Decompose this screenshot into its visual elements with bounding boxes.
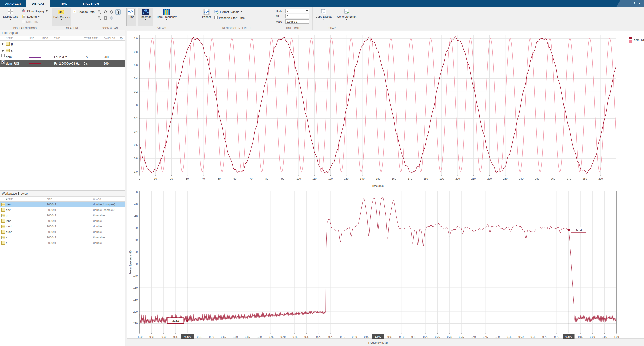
ws-var-class: double (complex)	[93, 208, 115, 211]
snap-to-data-checkbox[interactable]	[73, 10, 76, 13]
svg-text:0.20: 0.20	[423, 336, 428, 338]
expand-arrow-icon[interactable]	[2, 43, 4, 45]
workspace-row-quad[interactable]: quad2000×1double	[0, 229, 125, 235]
timetable-icon	[6, 42, 10, 46]
zoom-in-icon[interactable]	[97, 9, 102, 15]
preserve-start-time-checkbox[interactable]	[214, 16, 218, 19]
svg-text:290: 290	[598, 177, 603, 180]
time-frequency-view-button[interactable]: Time-Frequency	[155, 8, 178, 26]
min-time-input[interactable]: 0	[285, 14, 309, 18]
extract-signals-button[interactable]: Extract Signals	[214, 10, 245, 14]
time-view-button[interactable]: Time	[126, 8, 136, 26]
table-settings-gear-icon[interactable]: ⚙	[120, 36, 123, 40]
expand-arrow-icon[interactable]	[2, 50, 4, 52]
workspace-row-s[interactable]: s2000×1timetable	[0, 235, 125, 240]
snap-to-data-label: Snap to Data	[78, 10, 95, 13]
svg-text:0.15: 0.15	[411, 336, 416, 338]
workspace-row-env[interactable]: env2000×1double (complex)	[0, 207, 125, 213]
ws-col-name[interactable]: NAME ▴	[6, 198, 7, 200]
data-cursors-label: Data Cursors	[53, 16, 70, 19]
ws-col-size[interactable]: SIZE	[47, 198, 52, 200]
signal-group-row-g[interactable]: g	[0, 41, 125, 47]
signal-visibility-checkbox[interactable]	[1, 54, 5, 57]
section-label-share: SHARE	[313, 27, 353, 30]
tab-spectrum[interactable]: SPECTRUM	[77, 0, 104, 7]
spectrum-view-label: Spectrum	[140, 15, 151, 18]
fit-to-view-icon[interactable]	[103, 15, 108, 21]
generate-script-label: Generate Script	[337, 15, 356, 18]
col-start-time[interactable]: START TIME	[84, 37, 98, 39]
workspace-row-t[interactable]: t2000×1double	[0, 240, 125, 246]
svg-text:-0.55: -0.55	[244, 336, 250, 338]
ws-var-size: 2000×1	[47, 208, 56, 211]
col-samples[interactable]: SAMPLES	[104, 37, 115, 39]
section-display-options: Display Grid Clear Display Legend	[0, 7, 50, 30]
plots[interactable]: 0102030405060708090100110120130140150160…	[126, 30, 644, 346]
signal-visibility-checkbox[interactable]	[1, 60, 5, 64]
data-cursor-marker[interactable]	[186, 320, 188, 322]
signal-row-dem[interactable]: dem Fs: 2 kHz 0 s 2000	[0, 54, 125, 60]
clear-display-button[interactable]: Clear Display	[22, 9, 48, 13]
tab-time[interactable]: TIME	[50, 0, 77, 7]
svg-text:-0.35: -0.35	[292, 336, 297, 338]
svg-text:120: 120	[328, 177, 333, 180]
signal-table-panel: Filter Signals NAME LINE INFO TIME START…	[0, 30, 125, 190]
workspace-row-g[interactable]: g2000×1timetable	[0, 213, 125, 218]
ws-col-class[interactable]: CLASS	[93, 198, 101, 200]
generate-script-button[interactable]: Generate Script	[336, 8, 358, 26]
svg-text:0.90: 0.90	[590, 336, 595, 338]
col-name[interactable]: NAME	[6, 37, 13, 39]
zoom-in-y-icon[interactable]	[109, 9, 114, 15]
col-info[interactable]: INFO	[42, 37, 48, 39]
filter-signals-searchbox[interactable]: Filter Signals	[0, 30, 125, 36]
svg-text:0.45: 0.45	[483, 336, 488, 338]
pointer-tool-icon[interactable]	[115, 9, 121, 15]
svg-text:0.10: 0.10	[399, 336, 405, 338]
workspace-row-dem[interactable]: dem2000×1double (complex)	[0, 202, 125, 207]
svg-text:230: 230	[503, 177, 508, 180]
svg-text:0: 0	[139, 177, 140, 180]
panner-label: Panner	[202, 15, 211, 18]
svg-text:20: 20	[170, 177, 173, 180]
col-time[interactable]: TIME	[54, 37, 60, 39]
ws-var-class: double	[93, 241, 102, 244]
panner-button[interactable]: Panner	[200, 8, 212, 26]
units-select[interactable]: s	[285, 9, 309, 13]
snap-to-data-checkbox-row[interactable]: Snap to Data	[73, 10, 95, 13]
data-cursors-button[interactable]: 2.5 Data Cursors	[52, 8, 71, 26]
svg-text:70: 70	[250, 177, 253, 180]
svg-text:0.800: 0.800	[565, 335, 572, 338]
svg-text:-0.60: -0.60	[232, 336, 238, 338]
copy-display-button[interactable]: Copy Display	[314, 8, 334, 26]
data-cursor-marker[interactable]	[568, 229, 570, 231]
tab-analyzer[interactable]: ANALYZER	[0, 0, 26, 7]
help-icon[interactable]: ?	[633, 2, 636, 5]
matrix-icon	[1, 219, 5, 223]
max-time-input[interactable]: 2.995e-1	[285, 19, 309, 24]
svg-text:0.30: 0.30	[447, 336, 452, 338]
spectrum-view-button[interactable]: Spectrum	[138, 8, 153, 26]
tab-display[interactable]: DISPLAY	[26, 0, 50, 7]
zoom-out-icon[interactable]	[97, 15, 102, 21]
svg-text:1.600: 1.600	[375, 335, 381, 338]
svg-text:-0.25: -0.25	[315, 336, 321, 338]
display-grid-icon	[8, 9, 14, 15]
signal-group-row-s[interactable]: s	[0, 47, 125, 54]
svg-text:1.0: 1.0	[134, 37, 138, 40]
display-grid-button[interactable]: Display Grid	[2, 8, 20, 26]
preserve-start-time-checkbox-row[interactable]: Preserve Start Time	[214, 16, 245, 19]
svg-text:-0.4: -0.4	[133, 130, 138, 133]
section-share: Copy Display Generate Script SHARE	[313, 7, 353, 30]
zoom-in-x-icon[interactable]	[103, 9, 108, 15]
signal-row-dem-roi[interactable]: dem_ROI Fs: 2.0000e+03 Hz 0 s 600	[0, 60, 125, 67]
workspace-row-inph[interactable]: inph2000×1double	[0, 218, 125, 224]
workspace-row-mod[interactable]: mod2000×1double	[0, 224, 125, 229]
legend-button[interactable]: Legend	[22, 14, 48, 19]
svg-text:-1.00: -1.00	[137, 336, 143, 338]
svg-text:0.25: 0.25	[435, 336, 440, 338]
pan-icon[interactable]	[109, 15, 114, 21]
col-line[interactable]: LINE	[29, 37, 34, 39]
svg-text:160: 160	[392, 177, 396, 180]
ribbon-collapse-icon[interactable]	[638, 3, 640, 4]
matrix-icon	[1, 230, 5, 234]
